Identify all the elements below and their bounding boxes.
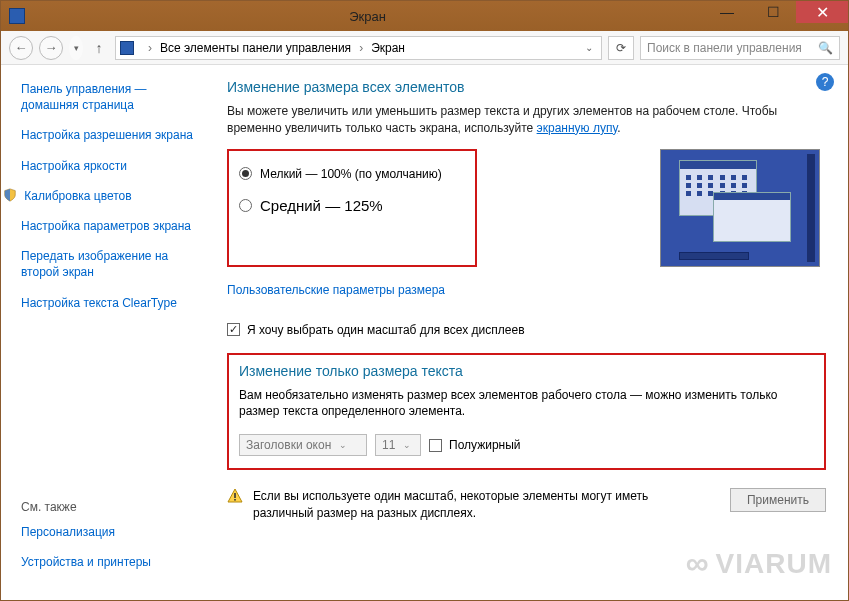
breadcrumb-item[interactable]: Экран	[371, 41, 405, 55]
sidebar-link-personalization[interactable]: Персонализация	[21, 524, 201, 540]
nav-history-dropdown[interactable]: ▾	[69, 36, 83, 60]
checkbox-single-scale[interactable]: ✓ Я хочу выбрать один масштаб для всех д…	[227, 323, 826, 337]
checkbox-label: Полужирный	[449, 438, 521, 452]
window-frame: Экран — ☐ ✕ ← → ▾ ↑ › Все элементы панел…	[0, 0, 849, 601]
apply-button[interactable]: Применить	[730, 488, 826, 512]
address-icon	[120, 41, 134, 55]
section-description: Вы можете увеличить или уменьшить размер…	[227, 103, 787, 137]
preview-monitor-icon	[660, 149, 820, 267]
radio-medium[interactable]: Средний — 125%	[239, 197, 459, 214]
watermark: ∞ VIARUM	[686, 545, 832, 582]
infinity-icon: ∞	[686, 545, 710, 582]
sidebar-link-project[interactable]: Передать изображение на второй экран	[21, 248, 199, 280]
sidebar-footer-heading: См. также	[21, 500, 201, 514]
bottom-row: Если вы используете один масштаб, некото…	[227, 488, 826, 522]
shield-icon	[3, 188, 17, 202]
system-icon	[9, 8, 25, 24]
radio-label: Мелкий — 100% (по умолчанию)	[260, 167, 442, 181]
breadcrumb-item[interactable]: Все элементы панели управления	[160, 41, 351, 55]
combo-value: 11	[382, 438, 395, 452]
window-title: Экран	[31, 9, 704, 24]
nav-forward-button[interactable]: →	[39, 36, 63, 60]
titlebar[interactable]: Экран — ☐ ✕	[1, 1, 848, 31]
chevron-right-icon: ›	[146, 41, 154, 55]
checkbox-label: Я хочу выбрать один масштаб для всех дис…	[247, 323, 525, 337]
section-heading-size: Изменение размера всех элементов	[227, 79, 826, 95]
sidebar-item-label: Калибровка цветов	[24, 189, 131, 203]
combo-fontsize[interactable]: 11 ⌄	[375, 434, 421, 456]
search-input[interactable]: Поиск в панели управления 🔍	[640, 36, 840, 60]
chevron-down-icon: ⌄	[339, 440, 347, 450]
warning-text: Если вы используете один масштаб, некото…	[253, 488, 653, 522]
window-controls: — ☐ ✕	[704, 1, 848, 31]
combo-value: Заголовки окон	[246, 438, 331, 452]
radio-small[interactable]: Мелкий — 100% (по умолчанию)	[239, 167, 459, 181]
radio-indicator-checked	[239, 167, 252, 180]
nav-toolbar: ← → ▾ ↑ › Все элементы панели управления…	[1, 31, 848, 65]
main-panel: ? Изменение размера всех элементов Вы мо…	[211, 65, 848, 600]
sidebar-link-home[interactable]: Панель управления — домашняя страница	[21, 81, 199, 113]
chevron-right-icon: ›	[357, 41, 365, 55]
search-icon: 🔍	[818, 41, 833, 55]
sidebar-link-resolution[interactable]: Настройка разрешения экрана	[21, 127, 199, 143]
nav-up-button[interactable]: ↑	[89, 40, 109, 56]
custom-size-link[interactable]: Пользовательские параметры размера	[227, 283, 445, 297]
nav-back-button[interactable]: ←	[9, 36, 33, 60]
combo-element[interactable]: Заголовки окон ⌄	[239, 434, 367, 456]
svg-rect-1	[234, 499, 236, 501]
search-placeholder: Поиск в панели управления	[647, 41, 818, 55]
minimize-button[interactable]: —	[704, 1, 750, 23]
sidebar: Панель управления — домашняя страница На…	[1, 65, 211, 600]
sidebar-link-brightness[interactable]: Настройка яркости	[21, 158, 199, 174]
section-description-2: Вам необязательно изменять размер всех э…	[239, 387, 814, 421]
sidebar-link-cleartype[interactable]: Настройка текста ClearType	[21, 295, 199, 311]
chevron-down-icon: ⌄	[403, 440, 411, 450]
svg-rect-0	[234, 493, 236, 498]
warning-icon	[227, 488, 243, 504]
maximize-button[interactable]: ☐	[750, 1, 796, 23]
highlight-box-textsize: Изменение только размера текста Вам необ…	[227, 353, 826, 471]
address-bar[interactable]: › Все элементы панели управления › Экран…	[115, 36, 602, 60]
help-icon[interactable]: ?	[816, 73, 834, 91]
radio-indicator	[239, 199, 252, 212]
sidebar-footer: См. также Персонализация Устройства и пр…	[21, 500, 201, 584]
sidebar-link-params[interactable]: Настройка параметров экрана	[21, 218, 199, 234]
content-body: Панель управления — домашняя страница На…	[1, 65, 848, 600]
radio-label: Средний — 125%	[260, 197, 383, 214]
highlight-box-scale: Мелкий — 100% (по умолчанию) Средний — 1…	[227, 149, 477, 267]
checkbox-indicator	[429, 439, 442, 452]
refresh-button[interactable]: ⟳	[608, 36, 634, 60]
section-heading-textsize: Изменение только размера текста	[239, 363, 814, 379]
close-button[interactable]: ✕	[796, 1, 848, 23]
sidebar-link-devices[interactable]: Устройства и принтеры	[21, 554, 201, 570]
sidebar-link-calibration[interactable]: Калибровка цветов	[21, 188, 199, 204]
magnifier-link[interactable]: экранную лупу	[537, 121, 618, 135]
checkbox-bold[interactable]: Полужирный	[429, 438, 521, 452]
checkbox-indicator-checked: ✓	[227, 323, 240, 336]
address-dropdown-icon[interactable]: ⌄	[581, 42, 597, 53]
